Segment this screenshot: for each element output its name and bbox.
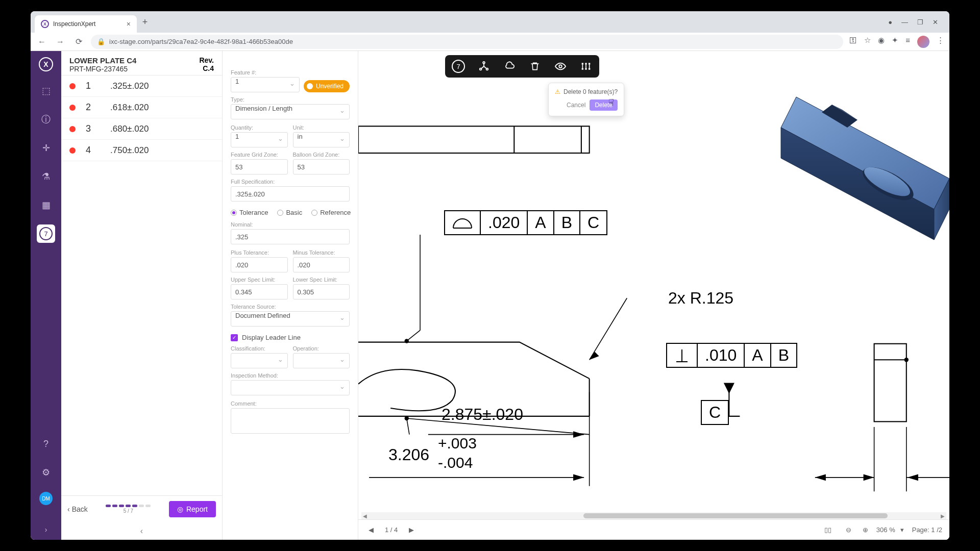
profile-avatar[interactable] (917, 36, 929, 48)
feature-sidebar: LOWER PLATE C4 PRT-MFG-237465 Rev. C.4 1… (61, 51, 223, 540)
visibility-tool-icon[interactable] (552, 58, 569, 74)
key-icon[interactable]: ⚿ (849, 36, 857, 48)
type-select[interactable]: Dimension / Length (231, 104, 350, 119)
layout-toggle-icon[interactable]: ▯▯ (821, 525, 835, 535)
classification-select[interactable] (231, 353, 288, 368)
sidebar-footer: ‹ Back 5 / 7 ◎ Report (61, 495, 222, 522)
tab-bar: X InspectionXpert × + ● — ❐ ✕ (31, 11, 949, 33)
balloon-count-tool[interactable]: 7 (450, 58, 467, 74)
close-window-icon[interactable]: ✕ (933, 18, 938, 26)
scroll-left-icon[interactable]: ◀ (361, 513, 369, 519)
tab-title: InspectionXpert (53, 20, 95, 28)
network-tool-icon[interactable] (476, 58, 492, 74)
close-tab-icon[interactable]: × (127, 20, 131, 28)
back-button[interactable]: ← (36, 36, 48, 48)
settings-tool-icon[interactable] (578, 58, 594, 74)
operation-select[interactable] (293, 353, 350, 368)
url-field[interactable]: 🔒 ixc-stage.com/parts/29ca7ea2-9c4e-482f… (91, 35, 843, 49)
browser-tab[interactable]: X InspectionXpert × (35, 15, 137, 33)
nominal-label: Nominal: (231, 221, 350, 228)
menu-icon[interactable]: ⋮ (937, 36, 944, 48)
delete-button[interactable]: Delete (590, 99, 618, 111)
unit-select[interactable]: in (293, 132, 350, 147)
collapse-rail-icon[interactable]: › (45, 525, 47, 534)
flask-icon[interactable]: ⚗ (37, 167, 55, 186)
plus-tol-input[interactable] (231, 257, 288, 272)
new-tab-button[interactable]: + (138, 15, 152, 29)
sidebar-pager[interactable]: ‹ (61, 522, 222, 540)
svg-rect-4 (582, 63, 583, 64)
feature-value: .680±.020 (110, 124, 149, 134)
settings-icon[interactable]: ⚙ (37, 463, 55, 482)
forward-button[interactable]: → (54, 36, 66, 48)
status-dot (69, 83, 76, 89)
warning-icon: ⚠ (555, 88, 560, 95)
page-count: Page: 1 /2 (912, 526, 942, 534)
feature-row[interactable]: 2 .618±.020 (61, 97, 222, 118)
extension-icon[interactable]: ✦ (892, 36, 898, 48)
horizontal-scrollbar[interactable]: ◀ ▶ (361, 512, 946, 519)
minimize-icon[interactable]: — (901, 18, 908, 26)
status-badge[interactable]: Unverified (304, 80, 350, 92)
target-icon[interactable]: ✛ (37, 139, 55, 157)
help-icon[interactable]: ? (37, 435, 55, 453)
svg-marker-18 (573, 431, 584, 438)
list-icon[interactable]: ≡ (905, 36, 910, 48)
svg-point-3 (559, 65, 562, 68)
scroll-right-icon[interactable]: ▶ (939, 513, 946, 519)
tolerance-radio[interactable]: Tolerance (231, 209, 268, 216)
dimension-plus: +.003 (438, 435, 477, 452)
gauge-icon[interactable]: ◉ (878, 36, 885, 48)
delete-tool-icon[interactable] (527, 58, 543, 74)
page-prev-icon[interactable]: ◀ (365, 525, 377, 535)
basic-radio[interactable]: Basic (277, 209, 302, 216)
feature-row[interactable]: 1 .325±.020 (61, 76, 222, 97)
quantity-select[interactable]: 1 (231, 132, 288, 147)
app-logo[interactable]: X (39, 57, 53, 71)
feature-control-frame: .020 A B C (444, 210, 607, 235)
zoom-dropdown-icon[interactable]: ▾ (900, 526, 904, 534)
leader-checkbox[interactable]: ✓ Display Leader Line (231, 334, 350, 341)
cancel-button[interactable]: Cancel (567, 102, 585, 109)
radius-note: 2x R.125 (668, 289, 733, 308)
rev-value: C.4 (199, 64, 214, 72)
cloud-tool-icon[interactable] (501, 58, 518, 74)
record-icon[interactable]: ● (888, 18, 892, 26)
report-icon: ◎ (177, 505, 183, 513)
balloon-tool[interactable]: 7 (37, 224, 55, 243)
feature-num-select[interactable]: 1 (231, 77, 300, 92)
usl-input[interactable] (231, 284, 288, 299)
nominal-input[interactable] (231, 229, 350, 244)
maximize-icon[interactable]: ❐ (917, 18, 923, 26)
grid-icon[interactable]: ▦ (37, 196, 55, 214)
check-icon: ✓ (231, 334, 238, 341)
reference-radio[interactable]: Reference (311, 209, 351, 216)
page-next-icon[interactable]: ▶ (406, 525, 417, 535)
back-arrow-icon: ‹ (67, 505, 70, 513)
zoom-in-button[interactable]: ⊕ (860, 525, 871, 535)
svg-rect-8 (585, 68, 586, 69)
report-button[interactable]: ◎ Report (169, 501, 216, 517)
bgz-input[interactable] (293, 159, 350, 174)
canvas[interactable]: 7 ⚠ Delete (358, 51, 949, 540)
fgz-input[interactable] (231, 159, 288, 174)
star-icon[interactable]: ☆ (864, 36, 871, 48)
back-button[interactable]: ‹ Back (67, 505, 88, 513)
zoom-level: 306 % (876, 526, 895, 534)
reload-button[interactable]: ⟳ (72, 36, 85, 48)
home-icon[interactable]: ⬚ (37, 82, 55, 100)
scroll-thumb[interactable] (583, 513, 888, 518)
comment-textarea[interactable] (231, 408, 350, 434)
spec-input[interactable] (231, 186, 350, 202)
user-avatar[interactable]: DM (39, 492, 53, 505)
lsl-input[interactable] (293, 284, 350, 299)
info-icon[interactable]: ⓘ (37, 110, 55, 129)
method-select[interactable] (231, 380, 350, 395)
minus-tol-input[interactable] (293, 257, 350, 272)
feature-row[interactable]: 3 .680±.020 (61, 118, 222, 140)
tol-source-select[interactable]: Document Defined (231, 311, 350, 327)
zoom-out-button[interactable]: ⊖ (843, 525, 854, 535)
method-label: Inspection Method: (231, 372, 350, 379)
feature-row[interactable]: 4 .750±.020 (61, 140, 222, 161)
feature-list: 1 .325±.020 2 .618±.020 3 .680±.020 4 .7… (61, 75, 222, 495)
